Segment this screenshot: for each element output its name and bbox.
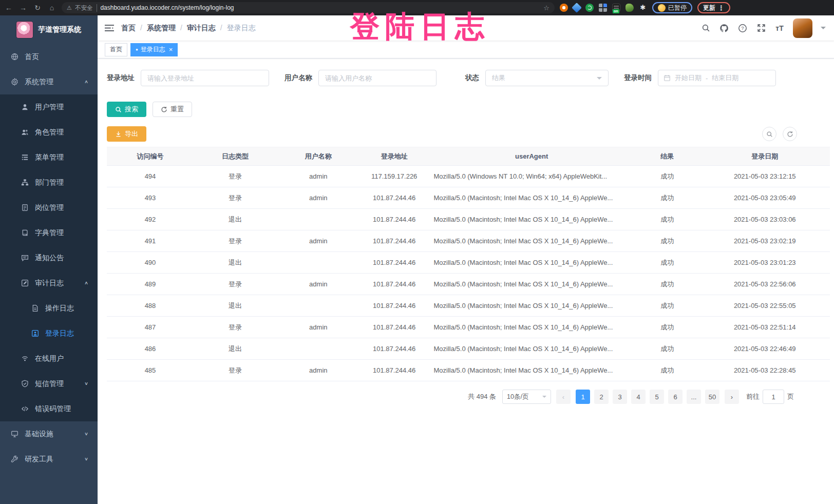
export-button[interactable]: 导出 [107, 126, 146, 142]
table-row: 489 登录 admin 101.87.244.46 Mozilla/5.0 (… [107, 274, 830, 295]
cell-login-address: 101.87.244.46 [360, 274, 429, 295]
browser-back-icon[interactable]: ← [4, 4, 13, 12]
tab[interactable]: 首页 [105, 43, 127, 56]
goto-page-input[interactable] [763, 390, 784, 404]
browser-home-icon[interactable]: ⌂ [47, 4, 56, 12]
cell-visit-id: 492 [107, 209, 194, 230]
breadcrumb: 首页系统管理审计日志登录日志 [121, 24, 256, 33]
page-button[interactable]: 50 [705, 390, 719, 404]
sidebar-item[interactable]: 首页 [0, 44, 98, 69]
navbar: 首页系统管理审计日志登录日志 ? ᴛT [98, 15, 834, 41]
sidebar-item[interactable]: 字典管理 [0, 220, 98, 245]
reset-button[interactable]: 重置 [153, 102, 192, 117]
extension-grid-icon[interactable] [599, 4, 607, 12]
fullscreen-icon[interactable] [756, 23, 766, 33]
extension-orange-icon[interactable] [560, 4, 568, 12]
page-button[interactable]: 5 [650, 390, 664, 404]
cell-username: admin [277, 317, 360, 338]
caret-down-icon[interactable] [821, 27, 826, 32]
breadcrumb-item[interactable]: 系统管理 [136, 24, 176, 33]
breadcrumb-item[interactable]: 首页 [121, 24, 136, 33]
sidebar-item[interactable]: 操作日志 [0, 296, 98, 321]
sidebar-item[interactable]: 通知公告 [0, 245, 98, 270]
dashboard-icon [10, 53, 18, 61]
extension-tampermonkey-icon[interactable]: on [612, 4, 620, 12]
sidebar-item[interactable]: 用户管理 [0, 94, 98, 120]
sidebar-item[interactable]: 部门管理 [0, 170, 98, 195]
table-row: 492 退出 101.87.244.46 Mozilla/5.0 (Macint… [107, 209, 830, 230]
cell-result: 成功 [635, 360, 700, 381]
sidebar-item[interactable]: 菜单管理 [0, 145, 98, 170]
cell-log-type: 退出 [194, 252, 277, 274]
browser-forward-icon[interactable]: → [18, 4, 28, 12]
cell-login-date: 2021-05-03 23:01:23 [700, 252, 830, 274]
cell-login-date: 2021-05-03 23:03:06 [700, 209, 830, 230]
page-button[interactable]: 3 [613, 390, 627, 404]
paused-badge[interactable]: 已暂停 [652, 2, 692, 13]
cell-result: 成功 [635, 252, 700, 274]
page-button[interactable]: 1 [576, 390, 590, 404]
cell-login-address: 117.159.17.226 [360, 166, 429, 187]
extension-gem-icon[interactable] [572, 3, 582, 13]
update-button[interactable]: 更新 ⋮ [697, 2, 730, 13]
sidebar-item[interactable]: 审计日志 ∧ [0, 270, 98, 296]
cell-visit-id: 487 [107, 317, 194, 338]
sidebar-item[interactable]: 角色管理 [0, 120, 98, 145]
page-button[interactable]: 2 [594, 390, 609, 404]
page-size-select[interactable]: 10条/页 [502, 390, 551, 404]
cell-login-date: 2021-05-03 22:46:49 [700, 338, 830, 360]
sidebar-item[interactable]: 登录日志 [0, 321, 98, 346]
breadcrumb-item[interactable]: 审计日志 [176, 24, 216, 33]
cell-visit-id: 490 [107, 252, 194, 274]
page-content: 登录地址 用户名称 状态 结果 登 [98, 59, 834, 504]
security-label[interactable]: 不安全 [75, 4, 98, 12]
sidebar-item[interactable]: 在线用户 [0, 346, 98, 371]
login-log-table: 访问编号日志类型用户名称登录地址userAgent结果登录日期 494 登录 a… [107, 147, 830, 381]
font-size-icon[interactable]: ᴛT [774, 23, 785, 33]
prev-page-button[interactable]: ‹ [556, 390, 571, 404]
toggle-search-button[interactable] [762, 127, 776, 141]
cell-login-address: 101.87.244.46 [360, 295, 429, 317]
tab[interactable]: ● 登录日志 × [130, 43, 178, 56]
page-button[interactable]: ... [687, 390, 701, 404]
username-input[interactable] [318, 70, 437, 86]
next-page-button[interactable]: › [725, 390, 739, 404]
page-button[interactable]: 4 [631, 390, 646, 404]
date-end-placeholder[interactable]: 结束日期 [712, 73, 738, 83]
sidebar-item[interactable]: 岗位管理 [0, 195, 98, 220]
extension-puzzle-icon[interactable]: ✱ [639, 4, 647, 12]
breadcrumb-item[interactable]: 登录日志 [216, 24, 256, 33]
sidebar-item[interactable]: 错误码管理 [0, 396, 98, 421]
post-icon [21, 204, 29, 212]
browser-reload-icon[interactable]: ↻ [33, 4, 42, 12]
date-range-picker[interactable]: 开始日期 - 结束日期 [658, 70, 776, 86]
date-start-placeholder[interactable]: 开始日期 [675, 73, 702, 83]
extension-plant-icon[interactable] [626, 4, 634, 12]
sidebar-item[interactable]: 研发工具 ∨ [0, 447, 98, 472]
filter-form: 登录地址 用户名称 状态 结果 登 [107, 70, 830, 86]
address-bar[interactable]: ⚠ 不安全 dashboard.yudao.iocoder.cn/system/… [62, 2, 555, 13]
close-icon[interactable]: × [169, 46, 173, 53]
extension-refresh-icon[interactable] [585, 4, 594, 12]
github-icon[interactable] [719, 23, 729, 33]
cell-login-date: 2021-05-03 22:28:45 [700, 360, 830, 381]
page-button[interactable]: 6 [668, 390, 683, 404]
search-icon[interactable] [700, 23, 711, 33]
status-select[interactable]: 结果 [485, 70, 609, 86]
login-address-input[interactable] [141, 70, 269, 86]
sidebar-menu: 首页 系统管理 ∧ 用户管理 [0, 44, 98, 472]
sidebar-item[interactable]: 基础设施 ∨ [0, 421, 98, 447]
user-avatar[interactable] [793, 18, 812, 38]
bookmark-star-icon[interactable]: ☆ [543, 4, 549, 12]
cell-login-date: 2021-05-03 22:51:14 [700, 317, 830, 338]
search-button[interactable]: 搜索 [107, 102, 146, 117]
kebab-menu-icon[interactable]: ⋮ [718, 4, 725, 12]
help-icon[interactable]: ? [737, 23, 748, 33]
refresh-button[interactable] [783, 127, 797, 141]
goto-label: 前往 [746, 392, 760, 401]
hamburger-icon[interactable] [105, 24, 114, 32]
table-row: 485 登录 admin 101.87.244.46 Mozilla/5.0 (… [107, 360, 830, 381]
url-text[interactable]: dashboard.yudao.iocoder.cn/system/log/lo… [100, 4, 234, 11]
sidebar-item[interactable]: 短信管理 ∨ [0, 371, 98, 396]
sidebar-item[interactable]: 系统管理 ∧ [0, 69, 98, 94]
